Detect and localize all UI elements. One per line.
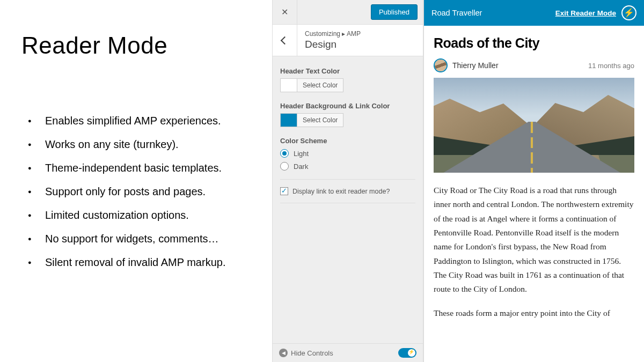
preview-panel: Road Traveller Exit Reader Mode ⚡ Roads … xyxy=(423,0,644,362)
hide-controls-button[interactable]: ◀ Hide Controls xyxy=(279,349,333,357)
customizer-panel: ✕ Published Customizing ▸ AMP Design Hea… xyxy=(272,0,423,362)
customizer-controls: Header Text Color Select Color Header Ba… xyxy=(273,56,423,203)
slide-bullets: Enables simplified AMP experiences. Work… xyxy=(21,113,261,270)
bullet-item: Silent removal of invalid AMP markup. xyxy=(21,254,261,270)
bullet-item: Enables simplified AMP experiences. xyxy=(21,113,261,129)
paragraph: City Road or The City Road is a road tha… xyxy=(434,183,634,297)
post-meta: Thierry Muller 11 months ago xyxy=(434,58,634,72)
color-swatch[interactable] xyxy=(280,78,297,92)
paragraph: These roads form a major entry point int… xyxy=(434,306,634,320)
exit-link-checkbox-row[interactable]: Display link to exit reader mode? xyxy=(280,179,415,203)
avatar xyxy=(434,58,448,72)
hide-controls-label: Hide Controls xyxy=(291,349,333,357)
breadcrumb-path: Customizing ▸ AMP xyxy=(305,30,415,38)
post-header: Roads of the City Thierry Muller 11 mont… xyxy=(424,26,644,78)
radio-light[interactable]: Light xyxy=(280,149,415,158)
back-button[interactable] xyxy=(273,25,297,56)
select-color-button[interactable]: Select Color xyxy=(297,78,343,92)
radio-icon xyxy=(280,162,289,171)
bullet-item: Support only for posts and pages. xyxy=(21,183,261,200)
post-date: 11 months ago xyxy=(588,62,634,70)
bullet-item: Limited customization options. xyxy=(21,207,261,223)
header-text-color-control: Select Color xyxy=(280,78,415,92)
amp-icon: ⚡ xyxy=(621,5,636,20)
close-icon: ✕ xyxy=(281,7,288,17)
post-title: Roads of the City xyxy=(434,35,634,51)
close-button[interactable]: ✕ xyxy=(273,0,297,25)
bullet-item: Works on any site (turnkey). xyxy=(21,136,261,152)
published-button[interactable]: Published xyxy=(371,4,418,20)
breadcrumb-parent: Customizing xyxy=(305,30,340,38)
bullet-item: No support for widgets, comments… xyxy=(21,231,261,247)
slide-title: Reader Mode xyxy=(21,32,261,59)
chevron-left-circle-icon: ◀ xyxy=(279,349,288,357)
bolt-icon: ⚡ xyxy=(408,349,414,354)
breadcrumb-context: AMP xyxy=(347,30,361,38)
bolt-icon: ⚡ xyxy=(624,9,634,17)
site-title: Road Traveller xyxy=(431,9,482,17)
featured-image xyxy=(434,78,634,173)
color-swatch[interactable] xyxy=(280,113,297,127)
radio-label: Light xyxy=(294,150,309,158)
select-color-button[interactable]: Select Color xyxy=(297,113,343,127)
breadcrumb-separator: ▸ xyxy=(342,30,345,38)
radio-dark[interactable]: Dark xyxy=(280,162,415,171)
preview-toggle[interactable]: ⚡ xyxy=(398,348,416,358)
checkbox-label: Display link to exit reader mode? xyxy=(292,188,390,195)
header-bg-color-label: Header Background & Link Color xyxy=(280,102,415,110)
radio-icon xyxy=(280,149,289,158)
header-bg-color-control: Select Color xyxy=(280,113,415,127)
preview-header: Road Traveller Exit Reader Mode ⚡ xyxy=(424,0,644,26)
exit-reader-link[interactable]: Exit Reader Mode xyxy=(555,9,616,17)
radio-label: Dark xyxy=(294,162,308,171)
checkbox-icon xyxy=(280,187,288,195)
section-title: Design xyxy=(305,39,415,50)
customizer-footer: ◀ Hide Controls ⚡ xyxy=(273,343,423,362)
customizer-topbar: ✕ Published xyxy=(273,0,423,25)
chevron-left-icon xyxy=(282,38,288,43)
color-scheme-label: Color Scheme xyxy=(280,137,415,145)
post-body: City Road or The City Road is a road tha… xyxy=(424,173,644,341)
post-author: Thierry Muller xyxy=(452,61,499,70)
bullet-item: Theme-independent basic templates. xyxy=(21,160,261,176)
breadcrumb: Customizing ▸ AMP Design xyxy=(273,25,423,56)
slide-panel: Reader Mode Enables simplified AMP exper… xyxy=(0,0,272,362)
header-text-color-label: Header Text Color xyxy=(280,67,415,75)
